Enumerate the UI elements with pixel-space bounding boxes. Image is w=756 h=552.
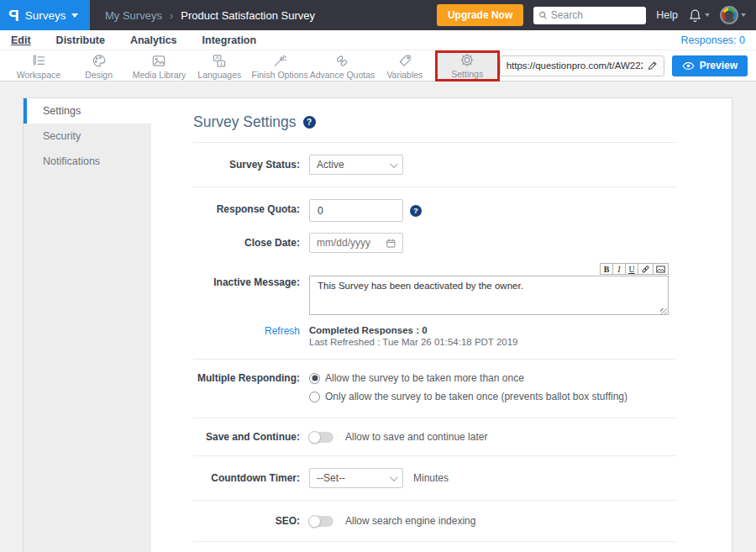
- radio-label: Only allow the survey to be taken once (…: [325, 391, 627, 402]
- inactive-message-editor: B I U This Survey has been deactivated b…: [309, 263, 669, 318]
- survey-url-input[interactable]: [507, 60, 643, 71]
- eye-icon: [682, 61, 695, 71]
- multiple-responding-label: Multiple Responding:: [193, 372, 309, 384]
- countdown-timer-select[interactable]: --Set--: [309, 468, 403, 488]
- link-button[interactable]: [638, 263, 654, 275]
- sidebar-item-settings[interactable]: Settings: [24, 98, 151, 124]
- toolbar-media-library[interactable]: Media Library: [129, 52, 190, 80]
- breadcrumb-separator: ›: [170, 9, 173, 22]
- toolbar-label: Design: [85, 70, 113, 80]
- palette-icon: [92, 54, 107, 68]
- tab-distribute[interactable]: Distribute: [56, 34, 105, 46]
- bell-icon: [688, 8, 702, 23]
- seo-label: SEO:: [193, 515, 309, 527]
- toolbar-settings[interactable]: Settings: [435, 50, 500, 81]
- response-quota-label: Response Quota:: [193, 199, 309, 215]
- countdown-timer-value: --Set--: [317, 472, 345, 484]
- radio-option-multiple[interactable]: Allow the survey to be taken more than o…: [309, 372, 627, 384]
- account-menu[interactable]: [720, 6, 746, 24]
- toolbar-advance-quotas[interactable]: Advance Quotas: [310, 52, 375, 80]
- radio-button-unchecked[interactable]: [309, 392, 320, 402]
- close-date-field[interactable]: [309, 233, 403, 253]
- questionpro-logo: P: [8, 8, 19, 24]
- last-refreshed-text: Last Refreshed : Tue Mar 26 01:54:18 PDT…: [309, 337, 517, 347]
- breadcrumb-survey-title: Product Satisfaction Survey: [181, 9, 315, 22]
- avatar: [720, 6, 738, 24]
- chevron-down-icon: [705, 13, 710, 17]
- radio-button-checked[interactable]: [309, 373, 320, 384]
- chevron-down-icon: [390, 473, 398, 481]
- close-date-input[interactable]: [317, 237, 381, 249]
- breadcrumb: My Surveys › Product Satisfaction Survey: [105, 9, 315, 22]
- toolbar-finish-options[interactable]: Finish Options: [249, 52, 310, 80]
- countdown-suffix: Minutes: [413, 472, 449, 484]
- radio-label: Allow the survey to be taken more than o…: [325, 372, 524, 384]
- edit-pencil-icon[interactable]: [647, 60, 658, 71]
- help-link[interactable]: Help: [656, 9, 678, 21]
- upgrade-now-button[interactable]: Upgrade Now: [437, 4, 523, 26]
- wand-icon: [272, 54, 287, 68]
- settings-sidebar: Settings Security Notifications: [24, 98, 151, 552]
- top-header: P Surveys My Surveys › Product Satisfact…: [0, 0, 756, 30]
- search-input[interactable]: [551, 9, 641, 21]
- survey-nav: Edit Distribute Analytics Integration Re…: [0, 30, 756, 50]
- link-icon: [641, 265, 650, 274]
- toolbar-design[interactable]: Design: [69, 52, 129, 80]
- save-continue-label: Save and Continue:: [193, 431, 309, 443]
- toolbar-label: Workspace: [17, 70, 60, 80]
- toolbar-label: Languages: [197, 70, 241, 80]
- toolbar-workspace[interactable]: Workspace: [8, 52, 69, 80]
- breadcrumb-my-surveys[interactable]: My Surveys: [105, 9, 162, 22]
- refresh-link[interactable]: Refresh: [193, 325, 309, 347]
- underline-button[interactable]: U: [625, 263, 638, 275]
- toolbar-label: Advance Quotas: [310, 70, 375, 80]
- quota-help-icon[interactable]: ?: [410, 205, 422, 217]
- sidebar-item-notifications[interactable]: Notifications: [24, 149, 151, 174]
- response-quota-input[interactable]: [309, 199, 403, 222]
- resize-handle[interactable]: [660, 308, 667, 315]
- gear-icon: [459, 53, 475, 67]
- svg-text:A: A: [220, 61, 223, 66]
- responses-count[interactable]: Responses: 0: [681, 34, 745, 46]
- page-title: Survey Settings: [193, 113, 297, 131]
- chevron-down-icon: [71, 13, 78, 18]
- help-icon[interactable]: ?: [303, 116, 316, 129]
- survey-url-field[interactable]: [500, 55, 664, 76]
- tab-analytics[interactable]: Analytics: [130, 34, 177, 46]
- completed-responses-text: Completed Responses : 0: [309, 325, 517, 335]
- media-icon: [151, 54, 166, 68]
- settings-main: Survey Settings ? Survey Status: Active …: [151, 98, 732, 552]
- image-button[interactable]: [653, 263, 669, 275]
- tab-integration[interactable]: Integration: [202, 34, 257, 46]
- calendar-icon[interactable]: [386, 238, 396, 249]
- bold-button[interactable]: B: [600, 263, 613, 275]
- seo-description: Allow search engine indexing: [345, 515, 475, 527]
- italic-button[interactable]: I: [612, 263, 626, 275]
- toolbar-label: Variables: [386, 70, 423, 80]
- toolbar-label: Media Library: [133, 70, 186, 80]
- seo-toggle[interactable]: [309, 516, 333, 527]
- product-switcher[interactable]: P Surveys: [0, 0, 90, 30]
- survey-status-value: Active: [317, 159, 344, 171]
- save-continue-toggle[interactable]: [309, 432, 333, 443]
- global-search[interactable]: [533, 7, 646, 24]
- save-continue-description: Allow to save and continue later: [345, 431, 487, 443]
- toolbar-label: Finish Options: [252, 70, 308, 80]
- workspace-icon: [31, 54, 46, 68]
- chain-icon: [334, 54, 349, 68]
- tab-edit[interactable]: Edit: [11, 34, 31, 46]
- close-date-label: Close Date:: [193, 233, 309, 249]
- preview-button[interactable]: Preview: [672, 55, 748, 76]
- inactive-message-textarea[interactable]: This Survey has been deactivated by the …: [309, 276, 669, 315]
- toolbar-languages[interactable]: A Languages: [189, 52, 249, 80]
- tag-icon: [397, 54, 412, 68]
- sidebar-item-security[interactable]: Security: [24, 124, 151, 149]
- product-name: Surveys: [25, 9, 66, 22]
- toolbar-variables[interactable]: Variables: [375, 52, 435, 80]
- survey-status-select[interactable]: Active: [309, 155, 403, 175]
- notifications-menu[interactable]: [688, 8, 710, 23]
- toolbar-label: Settings: [451, 69, 483, 79]
- search-icon: [538, 10, 548, 20]
- radio-option-once[interactable]: Only allow the survey to be taken once (…: [309, 391, 627, 402]
- countdown-timer-label: Countdown Timer:: [193, 472, 309, 484]
